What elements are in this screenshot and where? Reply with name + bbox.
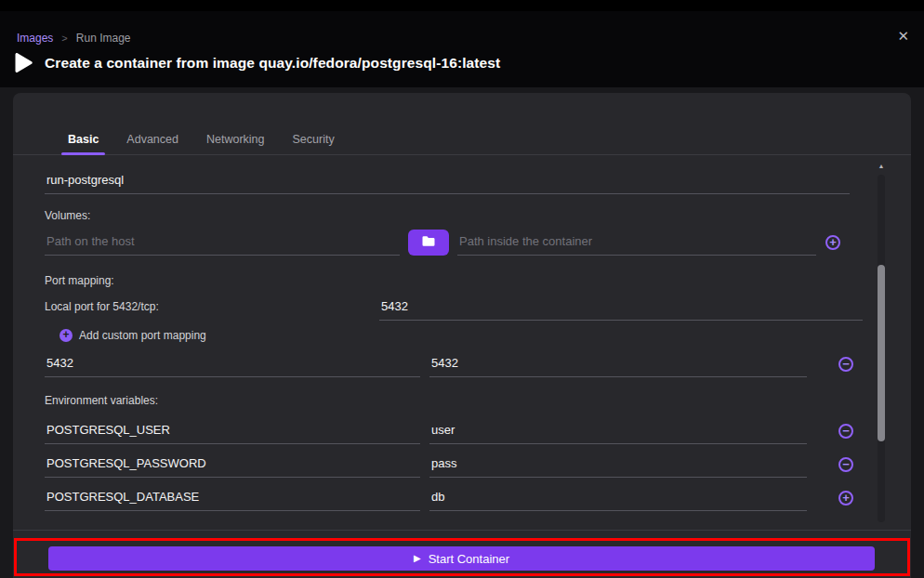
title-row: Create a container from image quay.io/fe…: [13, 52, 500, 74]
port-mapping-label: Port mapping:: [45, 274, 861, 287]
form-scroll-area: Volumes: + Port mapping: Local po: [13, 155, 911, 530]
scroll-up-icon[interactable]: ▲: [876, 160, 887, 171]
minus-icon: −: [842, 425, 850, 437]
tab-security[interactable]: Security: [279, 125, 349, 154]
minus-icon: −: [842, 358, 850, 370]
container-name-input[interactable]: [45, 168, 850, 194]
close-button[interactable]: ✕: [897, 29, 909, 43]
env-row: −: [45, 448, 863, 481]
form-card: Basic Advanced Networking Security Volum…: [13, 93, 911, 578]
env-name-input[interactable]: [45, 418, 420, 444]
custom-port-row: −: [45, 351, 863, 377]
breadcrumb-current: Run Image: [76, 32, 131, 45]
play-icon: ▶: [414, 554, 421, 563]
page-header: Images > Run Image ✕ Create a container …: [0, 11, 924, 87]
volume-container-path-input[interactable]: [457, 230, 816, 256]
volume-host-path-input[interactable]: [45, 230, 400, 256]
minus-icon: −: [842, 458, 850, 470]
window-titlebar: [0, 0, 924, 11]
breadcrumb-separator-icon: >: [61, 33, 67, 44]
form-content: Volumes: + Port mapping: Local po: [13, 155, 861, 515]
tab-security-label: Security: [293, 133, 335, 146]
scrollbar-thumb[interactable]: [878, 265, 885, 441]
close-icon: ✕: [897, 28, 909, 44]
remove-env-button[interactable]: −: [838, 457, 853, 472]
start-container-label: Start Container: [429, 552, 509, 566]
tab-basic[interactable]: Basic: [54, 125, 112, 154]
add-env-button[interactable]: +: [838, 491, 853, 506]
page-title: Create a container from image quay.io/fe…: [45, 55, 500, 72]
local-port-label: Local port for 5432/tcp:: [45, 300, 379, 321]
volume-row: +: [45, 230, 850, 256]
plus-icon: +: [829, 236, 837, 248]
tab-networking-label: Networking: [206, 133, 265, 146]
vertical-scrollbar[interactable]: ▲: [876, 160, 887, 526]
tab-advanced[interactable]: Advanced: [112, 125, 192, 154]
tab-bar: Basic Advanced Networking Security: [13, 125, 911, 155]
env-name-input[interactable]: [45, 485, 420, 511]
custom-port-host-input[interactable]: [45, 351, 420, 377]
browse-folder-button[interactable]: [408, 230, 449, 256]
env-value-input[interactable]: [429, 418, 807, 444]
run-image-play-icon: [13, 52, 33, 74]
env-row: −: [45, 414, 863, 448]
add-custom-port-mapping-label: Add custom port mapping: [79, 329, 206, 342]
remove-env-button[interactable]: −: [838, 424, 853, 439]
remove-port-mapping-button[interactable]: −: [838, 357, 853, 372]
env-row: +: [45, 481, 863, 515]
env-name-input[interactable]: [45, 452, 420, 478]
folder-icon: [421, 235, 436, 250]
tab-basic-label: Basic: [68, 133, 99, 146]
local-port-input[interactable]: [379, 295, 863, 321]
env-variables-label: Environment variables:: [45, 394, 861, 407]
env-value-input[interactable]: [429, 485, 807, 511]
start-container-button[interactable]: ▶ Start Container: [48, 546, 875, 571]
add-volume-button[interactable]: +: [825, 235, 840, 250]
breadcrumb: Images > Run Image: [17, 32, 131, 45]
plus-icon: +: [842, 492, 850, 504]
tab-networking[interactable]: Networking: [192, 125, 279, 154]
card-footer: ▶ Start Container: [13, 530, 911, 578]
custom-port-container-input[interactable]: [429, 351, 807, 377]
breadcrumb-images-link[interactable]: Images: [17, 32, 53, 45]
tab-advanced-label: Advanced: [126, 133, 178, 146]
env-value-input[interactable]: [429, 452, 807, 478]
run-image-page: Images > Run Image ✕ Create a container …: [0, 0, 924, 578]
local-port-row: Local port for 5432/tcp:: [45, 295, 863, 321]
plus-circle-icon: +: [59, 329, 73, 342]
add-custom-port-mapping-button[interactable]: + Add custom port mapping: [59, 329, 206, 342]
volumes-label: Volumes:: [45, 209, 861, 222]
